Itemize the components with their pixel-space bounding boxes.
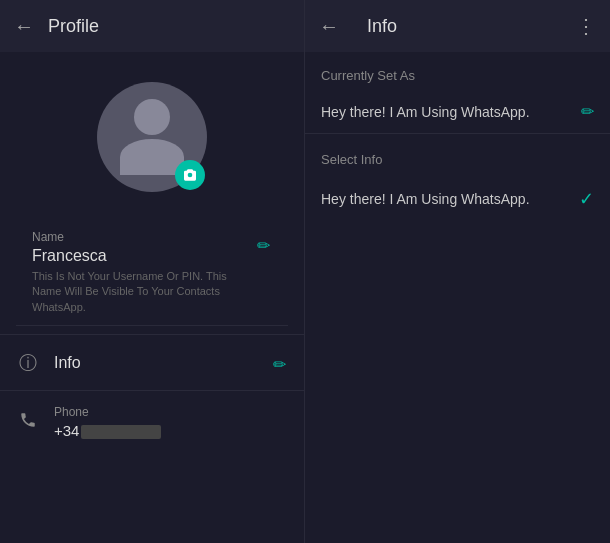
name-section: Name Francesca This Is Not Your Username… [0, 212, 304, 335]
info-circle-icon: ⓘ [16, 351, 40, 375]
name-edit-icon[interactable]: ✏ [255, 234, 272, 257]
phone-icon [16, 411, 40, 434]
avatar-body [120, 139, 184, 175]
avatar-person-shape [120, 99, 184, 175]
name-hint: This Is Not Your Username Or PIN. This N… [32, 269, 255, 315]
left-panel: ← Profile Name Francesca [0, 0, 305, 543]
currently-set-as-section-header: Currently Set As [305, 52, 610, 90]
current-status-item: Hey there! I Am Using WhatsApp. ✏ [305, 90, 610, 134]
avatar-section [0, 52, 304, 212]
check-icon: ✓ [579, 188, 594, 210]
right-header-left: ← Info [319, 15, 397, 38]
camera-button[interactable] [175, 160, 205, 190]
select-info-label: Select Info [321, 152, 382, 167]
select-info-item[interactable]: Hey there! I Am Using WhatsApp. ✓ [305, 174, 610, 224]
right-back-arrow-icon[interactable]: ← [319, 15, 339, 38]
name-field-row: Name Francesca This Is Not Your Username… [32, 230, 272, 315]
info-edit-icon[interactable]: ✏ [271, 353, 288, 376]
right-panel: ← Info ⋮ Currently Set As Hey there! I A… [305, 0, 610, 543]
select-info-section-header: Select Info [305, 134, 610, 174]
info-section: ⓘ Info ✏ [0, 335, 304, 391]
phone-redacted [81, 425, 161, 439]
phone-section: Phone +34 [0, 391, 304, 453]
left-header: ← Profile [0, 0, 304, 52]
right-panel-title: Info [367, 16, 397, 37]
back-arrow-icon[interactable]: ← [14, 15, 34, 38]
currently-set-as-label: Currently Set As [321, 68, 415, 83]
name-label: Name [32, 230, 255, 244]
phone-field-left: Phone +34 [54, 405, 288, 439]
name-field: Name Francesca This Is Not Your Username… [16, 220, 288, 326]
current-status-text: Hey there! I Am Using WhatsApp. [321, 104, 530, 120]
select-info-option-text: Hey there! I Am Using WhatsApp. [321, 191, 530, 207]
right-header: ← Info ⋮ [305, 0, 610, 52]
phone-label: Phone [54, 405, 288, 419]
name-field-left: Name Francesca This Is Not Your Username… [32, 230, 255, 315]
avatar-wrapper [97, 82, 207, 192]
name-value: Francesca [32, 247, 255, 265]
more-options-icon[interactable]: ⋮ [576, 14, 596, 38]
status-edit-icon[interactable]: ✏ [581, 102, 594, 121]
phone-value: +34 [54, 422, 288, 439]
camera-icon [182, 167, 198, 183]
avatar-head [134, 99, 170, 135]
left-panel-title: Profile [48, 16, 99, 37]
phone-number: +34 [54, 422, 79, 439]
info-field-label: Info [54, 354, 271, 372]
